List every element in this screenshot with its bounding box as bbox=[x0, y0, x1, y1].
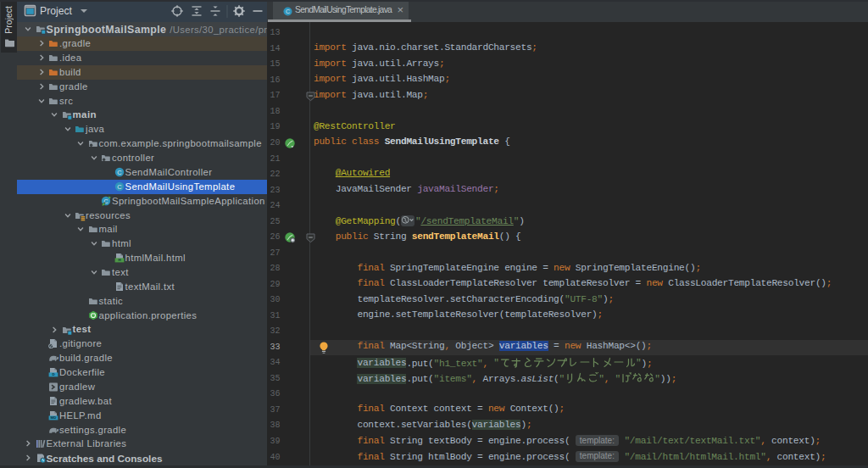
svg-text:C: C bbox=[117, 182, 122, 190]
svg-text:H: H bbox=[118, 258, 120, 262]
svg-text:C: C bbox=[117, 168, 122, 176]
svg-text:C: C bbox=[286, 8, 290, 14]
svg-text:MD: MD bbox=[51, 415, 57, 420]
svg-text:D: D bbox=[52, 372, 54, 376]
